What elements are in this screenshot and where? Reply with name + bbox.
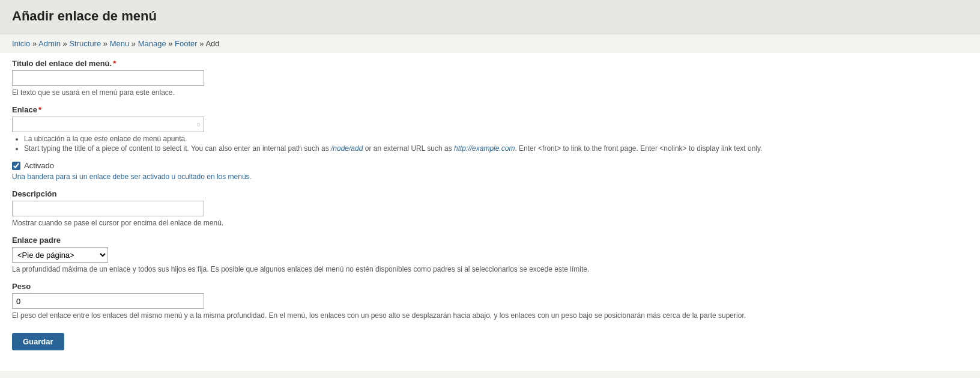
peso-input[interactable]: [12, 293, 204, 309]
enlace-input[interactable]: [12, 117, 204, 132]
enlace-help-1: La ubicación a la que este enlace de men…: [24, 135, 968, 143]
enlace-required: *: [38, 105, 41, 114]
titulo-group: Título del enlace del menú.* El texto qu…: [12, 59, 968, 97]
enlace-padre-select[interactable]: <Pie de página>: [12, 247, 108, 263]
titulo-help: El texto que se usará en el menú para es…: [12, 88, 968, 97]
breadcrumb-footer[interactable]: Footer: [175, 39, 198, 48]
enlace-url: http://example.com: [454, 144, 515, 153]
enlace-input-wrapper: ○: [12, 117, 204, 132]
descripcion-input[interactable]: [12, 201, 204, 216]
enlace-group: Enlace* ○ La ubicación a la que este enl…: [12, 105, 968, 153]
activado-row: Activado: [12, 161, 968, 170]
activado-help: Una bandera para si un enlace debe ser a…: [12, 172, 968, 181]
breadcrumb-inicio[interactable]: Inicio: [12, 39, 30, 48]
enlace-padre-group: Enlace padre <Pie de página> La profundi…: [12, 236, 968, 273]
descripcion-group: Descripción Mostrar cuando se pase el cu…: [12, 189, 968, 227]
breadcrumb: Inicio » Admin » Structure » Menu » Mana…: [0, 34, 980, 53]
descripcion-help: Mostrar cuando se pase el cursor por enc…: [12, 219, 968, 227]
activado-checkbox[interactable]: [12, 162, 20, 170]
form-content: Título del enlace del menú.* El texto qu…: [0, 53, 980, 371]
activado-group: Activado Una bandera para si un enlace d…: [12, 161, 968, 181]
breadcrumb-add: Add: [205, 39, 219, 48]
guardar-button[interactable]: Guardar: [12, 333, 64, 350]
breadcrumb-menu[interactable]: Menu: [110, 39, 130, 48]
breadcrumb-structure[interactable]: Structure: [69, 39, 101, 48]
activado-label: Activado: [24, 161, 54, 170]
enlace-search-icon: ○: [196, 120, 201, 129]
page-title: Añadir enlace de menú: [12, 8, 968, 24]
enlace-help-2: Start typing the title of a piece of con…: [24, 144, 968, 153]
enlace-padre-label: Enlace padre: [12, 236, 968, 245]
page-header: Añadir enlace de menú: [0, 0, 980, 34]
breadcrumb-admin[interactable]: Admin: [38, 39, 61, 48]
peso-group: Peso El peso del enlace entre los enlace…: [12, 282, 968, 320]
titulo-required: *: [113, 59, 116, 68]
enlace-path: /node/add: [331, 144, 363, 153]
enlace-label: Enlace*: [12, 105, 968, 114]
titulo-input[interactable]: [12, 70, 204, 86]
enlace-padre-help: La profundidad máxima de un enlace y tod…: [12, 265, 968, 273]
enlace-help: La ubicación a la que este enlace de men…: [12, 135, 968, 153]
peso-help: El peso del enlace entre los enlaces del…: [12, 311, 968, 320]
descripcion-label: Descripción: [12, 189, 968, 198]
guardar-group: Guardar: [12, 328, 968, 350]
titulo-label: Título del enlace del menú.*: [12, 59, 968, 68]
breadcrumb-manage[interactable]: Manage: [138, 39, 166, 48]
peso-label: Peso: [12, 282, 968, 291]
